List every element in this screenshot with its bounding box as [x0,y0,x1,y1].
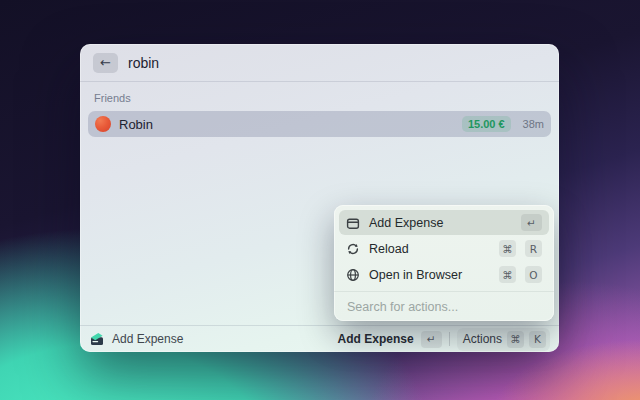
actions-label: Actions [463,332,502,346]
primary-action-button[interactable]: Add Expense [338,332,414,346]
globe-icon [346,268,360,282]
footer-divider [449,332,450,346]
friend-name: Robin [119,117,454,132]
back-button[interactable]: ← [93,53,118,73]
actions-menu-button[interactable]: Actions ⌘ K [457,328,550,351]
action-label: Add Expense [369,216,512,230]
action-item-reload[interactable]: Reload ⌘ R [339,236,549,261]
actions-search-input[interactable] [347,292,541,321]
section-title-friends: Friends [94,92,545,104]
k-key-badge: K [529,331,546,348]
o-key-badge: O [525,266,542,283]
r-key-badge: R [525,240,542,257]
time-label: 38m [523,118,544,130]
action-panel: Add Expense ↵ Reload ⌘ R [334,205,554,321]
search-query-input[interactable]: robin [128,55,159,71]
add-expense-extension-icon [89,331,105,347]
desktop-background: ← robin Friends Robin 15.00 € 38m Add Ex… [0,0,640,400]
actions-search [339,292,549,321]
list-item-robin[interactable]: Robin 15.00 € 38m [88,111,551,137]
action-label: Open in Browser [369,268,490,282]
cmd-key-badge: ⌘ [507,331,524,348]
cmd-key-badge: ⌘ [499,266,516,283]
amount-badge: 15.00 € [462,116,511,132]
footer-bar: Add Expense Add Expense ↵ Actions ⌘ K [80,325,559,352]
footer-extension: Add Expense [89,331,330,347]
footer-app-label: Add Expense [112,332,183,346]
reload-icon [346,242,360,256]
footer-actions: Add Expense ↵ Actions ⌘ K [338,328,550,351]
enter-key-badge: ↵ [421,331,442,348]
wallet-icon [346,216,360,230]
action-item-open-in-browser[interactable]: Open in Browser ⌘ O [339,262,549,287]
cmd-key-badge: ⌘ [499,240,516,257]
avatar [95,116,111,132]
action-item-add-expense[interactable]: Add Expense ↵ [339,210,549,235]
enter-key-badge: ↵ [521,214,542,231]
action-label: Reload [369,242,490,256]
search-header: ← robin [80,44,559,82]
